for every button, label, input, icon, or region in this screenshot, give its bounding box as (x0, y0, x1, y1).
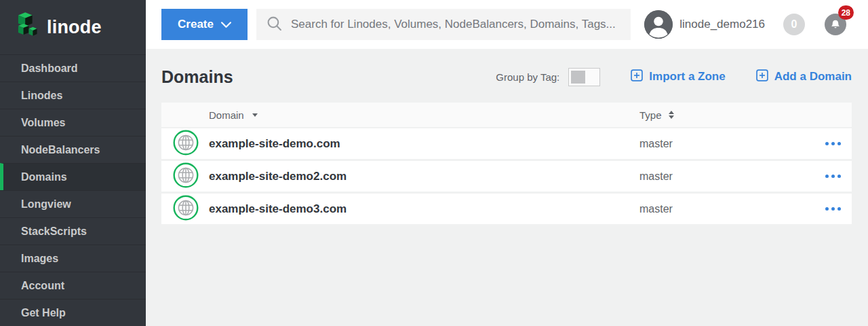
chevron-down-icon (221, 18, 231, 31)
sort-desc-icon (252, 113, 258, 117)
sidebar-item-domains[interactable]: Domains (0, 163, 146, 190)
add-domain-label: Add a Domain (774, 70, 852, 84)
notifications-bell[interactable]: 28 (825, 14, 846, 35)
domain-link[interactable]: example-site-demo2.com (209, 170, 347, 183)
page-header: Domains Group by Tag: Import a Zone (161, 65, 852, 88)
sidebar-nav: Dashboard Linodes Volumes NodeBalancers … (0, 54, 146, 326)
group-by-tag-label: Group by Tag: (496, 71, 559, 83)
sidebar-item-account[interactable]: Account (0, 272, 146, 299)
app-window: linode Dashboard Linodes Volumes NodeBal… (0, 0, 868, 326)
domain-link[interactable]: example-site-demo.com (209, 137, 340, 151)
content-pane: Create l (146, 0, 868, 326)
sidebar: linode Dashboard Linodes Volumes NodeBal… (0, 0, 146, 326)
sidebar-item-volumes[interactable]: Volumes (0, 109, 146, 136)
main-content: Domains Group by Tag: Import a Zone (146, 49, 868, 326)
user-menu[interactable]: linode_demo216 (644, 10, 765, 39)
domain-type: master (639, 203, 673, 215)
linode-cube-icon (14, 10, 39, 44)
alert-count-badge: 28 (838, 5, 854, 20)
domain-type: master (639, 170, 673, 183)
search-bar (256, 9, 631, 40)
domain-link[interactable]: example-site-demo3.com (209, 202, 347, 216)
create-button[interactable]: Create (161, 9, 248, 40)
plus-square-icon (631, 69, 643, 85)
page-header-actions: Group by Tag: Import a Zone (496, 68, 852, 86)
sidebar-item-images[interactable]: Images (0, 244, 146, 272)
sidebar-item-linodes[interactable]: Linodes (0, 82, 146, 109)
domain-type: master (639, 138, 673, 150)
domain-header-label: Domain (209, 109, 244, 121)
globe-icon (173, 195, 199, 223)
sidebar-item-dashboard[interactable]: Dashboard (0, 54, 146, 82)
table-header-row: Domain Type (161, 103, 852, 128)
plus-square-icon (756, 69, 768, 85)
sort-both-icon (669, 111, 674, 119)
type-header-label: Type (639, 109, 662, 121)
page-title: Domains (161, 67, 233, 87)
table-row[interactable]: example-site-demo3.com master (161, 194, 852, 226)
sidebar-item-get-help[interactable]: Get Help (0, 299, 146, 326)
logo-wordmark: linode (47, 17, 102, 38)
globe-icon (173, 162, 199, 191)
sidebar-item-stackscripts[interactable]: StackScripts (0, 217, 146, 244)
row-actions-menu-button[interactable] (824, 203, 842, 215)
group-by-tag-toggle[interactable] (568, 68, 600, 86)
avatar (644, 10, 673, 39)
create-button-label: Create (178, 18, 214, 31)
sidebar-item-nodebalancers[interactable]: NodeBalancers (0, 136, 146, 163)
add-domain-link[interactable]: Add a Domain (756, 69, 852, 85)
domain-column-header[interactable]: Domain (209, 109, 639, 121)
import-zone-link[interactable]: Import a Zone (631, 69, 725, 85)
username: linode_demo216 (679, 18, 765, 31)
globe-icon (173, 130, 199, 158)
type-column-header[interactable]: Type (639, 109, 814, 121)
sidebar-item-longview[interactable]: Longview (0, 190, 146, 217)
search-icon (267, 16, 282, 34)
linode-logo[interactable]: linode (0, 0, 146, 54)
topbar: Create l (146, 0, 868, 49)
import-zone-label: Import a Zone (649, 70, 725, 84)
search-input[interactable] (291, 18, 620, 31)
table-row[interactable]: example-site-demo.com master (161, 128, 852, 161)
notification-count-badge[interactable]: 0 (783, 14, 805, 35)
row-actions-menu-button[interactable] (824, 138, 842, 149)
domains-table: Domain Type (161, 103, 852, 226)
toggle-knob (571, 71, 585, 84)
row-actions-menu-button[interactable] (824, 170, 842, 182)
table-row[interactable]: example-site-demo2.com master (161, 161, 852, 194)
